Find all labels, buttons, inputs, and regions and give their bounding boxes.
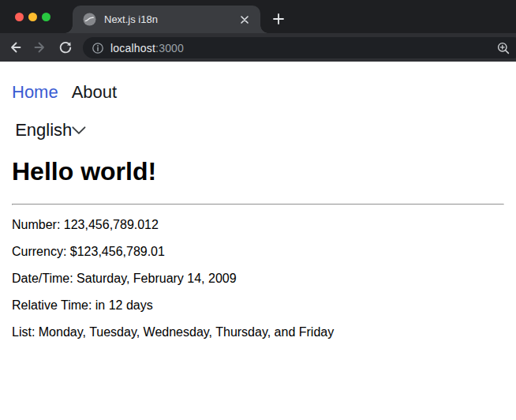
browser-toolbar: localhost:3000 xyxy=(0,33,516,62)
nav-link-about[interactable]: About xyxy=(72,82,118,103)
browser-tab[interactable]: Next.js i18n xyxy=(73,6,260,33)
close-tab-button[interactable] xyxy=(238,13,251,26)
forward-arrow-icon xyxy=(33,40,47,54)
language-selector[interactable]: English xyxy=(12,120,86,141)
browser-titlebar: Next.js i18n xyxy=(0,0,516,33)
back-button[interactable] xyxy=(8,40,22,54)
globe-icon xyxy=(83,13,96,26)
zoom-in-icon[interactable] xyxy=(497,42,510,54)
us-flag-icon xyxy=(12,125,15,137)
browser-window: { "window": { "tab_title": "Next.js i18n… xyxy=(0,0,516,420)
back-arrow-icon xyxy=(8,40,22,54)
site-navigation: Home About xyxy=(12,82,504,103)
tab-title: Next.js i18n xyxy=(104,13,238,25)
divider xyxy=(12,204,504,205)
url-port: :3000 xyxy=(155,42,184,54)
new-tab-button[interactable] xyxy=(271,12,286,26)
close-icon xyxy=(241,16,249,24)
reload-button[interactable] xyxy=(58,40,73,54)
datetime-line: Date/Time: Saturday, February 14, 2009 xyxy=(12,272,504,286)
currency-line: Currency: $123,456,789.01 xyxy=(12,245,504,259)
page-content: Home About English Hello world! Number: … xyxy=(0,62,516,420)
reload-icon xyxy=(58,40,73,54)
fullscreen-window-button[interactable] xyxy=(42,13,50,21)
close-window-button[interactable] xyxy=(15,13,24,21)
number-line: Number: 123,456,789.012 xyxy=(12,218,504,232)
plus-icon xyxy=(273,13,284,24)
address-bar[interactable]: localhost:3000 xyxy=(83,37,516,58)
list-line: List: Monday, Tuesday, Wednesday, Thursd… xyxy=(12,325,504,339)
url-text[interactable]: localhost:3000 xyxy=(110,42,184,54)
nav-link-home[interactable]: Home xyxy=(12,82,58,103)
info-icon[interactable] xyxy=(92,43,103,54)
page-title: Hello world! xyxy=(12,157,504,186)
url-host: localhost xyxy=(110,42,155,54)
language-selector-label: English xyxy=(15,120,72,141)
relative-time-line: Relative Time: in 12 days xyxy=(12,298,504,313)
formatted-values-list: Number: 123,456,789.012 Currency: $123,4… xyxy=(12,218,504,339)
toolbar-nav-group xyxy=(8,33,73,62)
forward-button[interactable] xyxy=(33,40,47,54)
macos-traffic-lights xyxy=(15,13,50,21)
minimize-window-button[interactable] xyxy=(28,13,37,21)
chevron-down-icon xyxy=(72,126,86,135)
